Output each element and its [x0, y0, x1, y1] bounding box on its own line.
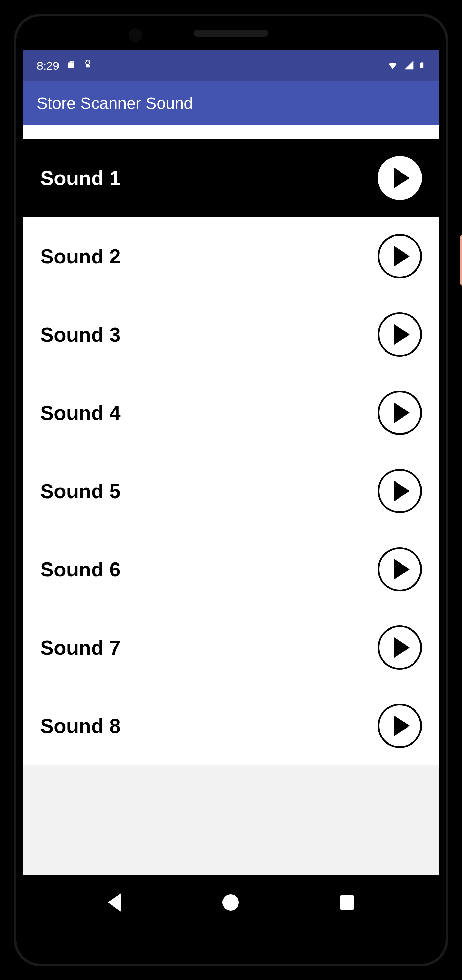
sound-item[interactable]: Sound 6 [23, 530, 439, 608]
sound-item[interactable]: Sound 2 [23, 217, 439, 295]
svg-point-0 [86, 61, 90, 65]
phone-power-button [460, 235, 462, 286]
nav-back-button[interactable] [108, 893, 121, 912]
sound-label: Sound 8 [40, 714, 121, 738]
sound-label: Sound 1 [40, 166, 121, 190]
sound-item[interactable]: Sound 7 [23, 608, 439, 687]
sound-label: Sound 7 [40, 636, 121, 659]
status-right [386, 59, 425, 72]
svg-line-1 [86, 60, 86, 60]
app-title: Store Scanner Sound [37, 94, 193, 113]
play-icon [394, 246, 410, 266]
battery-icon [418, 59, 425, 72]
play-button[interactable] [378, 391, 422, 435]
status-bar: 8:29 [23, 50, 439, 81]
play-button[interactable] [378, 469, 422, 513]
phone-frame: 8:29 [0, 0, 462, 980]
play-button[interactable] [378, 156, 422, 200]
svg-line-2 [89, 60, 90, 60]
play-icon [394, 559, 410, 579]
sound-label: Sound 6 [40, 558, 121, 581]
sound-item[interactable]: Sound 3 [23, 295, 439, 374]
play-button[interactable] [378, 625, 422, 670]
nav-home-button[interactable] [222, 894, 239, 911]
screen: 8:29 [23, 50, 439, 930]
nav-recent-button[interactable] [340, 895, 354, 910]
sound-label: Sound 3 [40, 323, 121, 347]
sound-label: Sound 5 [40, 479, 121, 503]
sd-card-icon [67, 59, 76, 73]
sound-label: Sound 4 [40, 401, 121, 425]
play-button[interactable] [378, 547, 422, 592]
wifi-icon [386, 60, 399, 72]
play-icon [394, 716, 410, 736]
play-icon [394, 324, 410, 345]
sound-item[interactable]: Sound 4 [23, 374, 439, 452]
phone-camera [129, 28, 142, 42]
play-icon [394, 402, 410, 423]
status-time: 8:29 [37, 59, 59, 73]
phone-body: 8:29 [14, 14, 448, 966]
play-icon [394, 637, 410, 658]
status-left: 8:29 [37, 59, 92, 73]
play-icon [394, 481, 410, 501]
signal-icon [403, 60, 414, 72]
content-spacer [23, 125, 439, 139]
play-button[interactable] [378, 704, 422, 748]
phone-speaker [194, 30, 268, 37]
sound-item[interactable]: Sound 8 [23, 687, 439, 765]
sound-label: Sound 2 [40, 245, 121, 268]
sound-list[interactable]: Sound 1Sound 2Sound 3Sound 4Sound 5Sound… [23, 139, 439, 930]
android-nav-bar [23, 875, 439, 930]
android-debug-icon [83, 59, 92, 73]
sound-item[interactable]: Sound 5 [23, 452, 439, 530]
play-button[interactable] [378, 312, 422, 356]
sound-item[interactable]: Sound 1 [23, 139, 439, 217]
app-bar: Store Scanner Sound [23, 81, 439, 125]
play-icon [394, 168, 410, 188]
play-button[interactable] [378, 234, 422, 278]
